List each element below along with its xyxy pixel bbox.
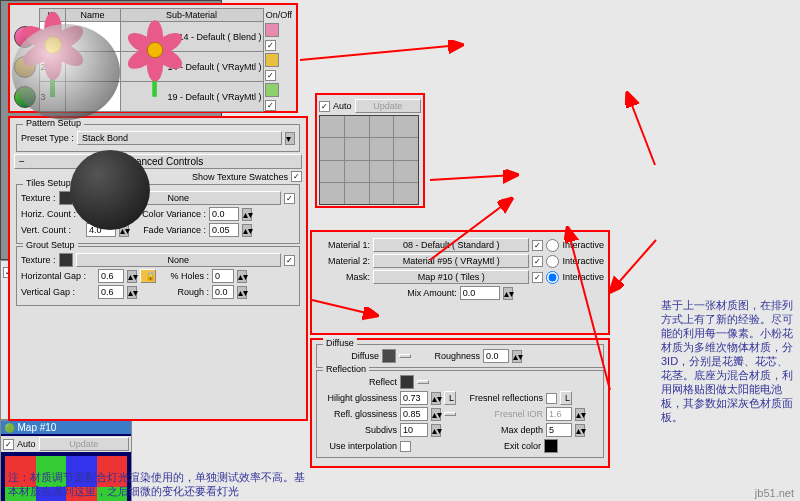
reflection-group: Reflection Reflect Hilight glossiness 0.…	[316, 370, 604, 458]
diffuse-map-button[interactable]	[399, 354, 411, 358]
subdivs-field[interactable]: 10	[400, 423, 428, 437]
svg-line-5	[612, 240, 656, 290]
spinner-icon[interactable]: ▴▾	[431, 392, 441, 405]
color-swatch[interactable]	[265, 23, 279, 37]
fresnel-lock-button[interactable]: L	[560, 391, 572, 405]
interactive-label: Interactive	[562, 256, 604, 266]
mask-button[interactable]: Map #10 ( Tiles )	[373, 270, 529, 284]
onoff-checkbox[interactable]: ✓	[265, 100, 276, 111]
fade-variance-field[interactable]: 0.05	[209, 223, 239, 237]
blend-panel: Material 1: 08 - Default ( Standard ) ✓ …	[310, 230, 610, 335]
material1-radio[interactable]	[546, 239, 559, 252]
vert-gap-field[interactable]: 0.6	[98, 285, 124, 299]
vert-count-label: Vert. Count :	[21, 225, 83, 235]
material2-label: Material 2:	[316, 256, 370, 266]
preset-type-dropdown[interactable]: Stack Bond	[77, 131, 282, 145]
dropdown-arrow-icon[interactable]: ▾	[285, 132, 295, 145]
description-text: 基于上一张材质图，在排列方式上有了新的经验。尽可能的利用每一像素。小粉花材质为多…	[661, 298, 797, 424]
diffuse-swatch[interactable]	[382, 349, 396, 363]
spinner-icon[interactable]: ▴▾	[242, 208, 252, 221]
vert-gap-label: Vertical Gap :	[21, 287, 95, 297]
holes-field[interactable]: 0	[212, 269, 234, 283]
mask-radio[interactable]	[546, 271, 559, 284]
reflect-label: Reflect	[319, 377, 397, 387]
color-variance-field[interactable]: 0.0	[209, 207, 239, 221]
tiles-setup-legend: Tiles Setup	[23, 178, 74, 188]
grout-texture-checkbox[interactable]: ✓	[284, 255, 295, 266]
spinner-icon[interactable]: ▴▾	[242, 224, 252, 237]
refl-map-button[interactable]	[444, 412, 456, 416]
show-swatches-label: Show Texture Swatches	[192, 172, 288, 182]
fresnel-ior-label: Fresnel IOR	[459, 409, 543, 419]
spinner-icon[interactable]: ▴▾	[237, 286, 247, 299]
auto-checkbox[interactable]: ✓	[3, 439, 14, 450]
max-depth-field[interactable]: 5	[546, 423, 572, 437]
grout-setup-group: Grout Setup Texture : None ✓ Horizontal …	[16, 246, 300, 306]
horiz-gap-field[interactable]: 0.6	[98, 269, 124, 283]
rough-field[interactable]: 0.0	[212, 285, 234, 299]
mask-checkbox[interactable]: ✓	[532, 272, 543, 283]
show-swatches-checkbox[interactable]: ✓	[291, 171, 302, 182]
flower-object	[124, 19, 187, 82]
interactive-label: Interactive	[562, 240, 604, 250]
fresnel-label: Fresnel reflections	[459, 393, 543, 403]
material1-checkbox[interactable]: ✓	[532, 240, 543, 251]
auto-label: Auto	[333, 101, 352, 111]
auto-checkbox[interactable]: ✓	[319, 101, 330, 112]
update-button[interactable]: Update	[355, 99, 421, 113]
reflect-swatch[interactable]	[400, 375, 414, 389]
spinner-icon[interactable]: ▴▾	[127, 270, 137, 283]
texture-checkbox[interactable]: ✓	[284, 193, 295, 204]
diffuse-label: Diffuse	[319, 351, 379, 361]
svg-line-4	[628, 95, 655, 165]
material1-button[interactable]: 08 - Default ( Standard )	[373, 238, 529, 252]
hilight-gloss-field[interactable]: 0.73	[400, 391, 428, 405]
spinner-icon[interactable]: ▴▾	[575, 408, 585, 421]
onoff-checkbox[interactable]: ✓	[265, 40, 276, 51]
svg-line-0	[300, 45, 460, 60]
mix-amount-field[interactable]: 0.0	[460, 286, 500, 300]
refl-gloss-field[interactable]: 0.85	[400, 407, 428, 421]
spinner-icon[interactable]: ▴▾	[575, 424, 585, 437]
horiz-gap-label: Horizontal Gap :	[21, 271, 95, 281]
color-swatch[interactable]	[265, 83, 279, 97]
pattern-setup-legend: Pattern Setup	[23, 118, 84, 128]
refl-gloss-label: Refl. glossiness	[319, 409, 397, 419]
fade-variance-label: Fade Variance :	[132, 225, 206, 235]
lock-button[interactable]: L	[444, 391, 456, 405]
pattern-panel: Pattern Setup Preset Type : Stack Bond ▾…	[8, 116, 308, 421]
roughness-field[interactable]: 0.0	[483, 349, 509, 363]
reflection-legend: Reflection	[323, 364, 369, 374]
update-button[interactable]: Update	[39, 437, 129, 451]
spinner-icon[interactable]: ▴▾	[431, 424, 441, 437]
spinner-icon[interactable]: ▴▾	[503, 287, 513, 300]
texture-label: Texture :	[21, 193, 56, 203]
grout-texture-swatch[interactable]	[59, 253, 73, 267]
col-onoff: On/Off	[263, 9, 293, 22]
tile-preview-grid	[319, 115, 419, 205]
fresnel-ior-field[interactable]: 1.6	[546, 407, 572, 421]
rough-label: Rough :	[159, 287, 209, 297]
material1-label: Material 1:	[316, 240, 370, 250]
submaterial-button[interactable]: 19 - Default ( VRayMtl )	[120, 82, 263, 112]
reflect-map-button[interactable]	[417, 380, 429, 384]
material2-radio[interactable]	[546, 255, 559, 268]
spinner-icon[interactable]: ▴▾	[237, 270, 247, 283]
lock-icon[interactable]: 🔒	[140, 269, 156, 283]
auto-label: Auto	[17, 439, 36, 449]
window-titlebar: 🟢 Map #10	[1, 421, 131, 434]
advanced-controls-header[interactable]: −Advanced Controls	[14, 154, 302, 169]
use-interp-checkbox[interactable]	[400, 441, 411, 452]
exit-color-swatch[interactable]	[544, 439, 558, 453]
material2-checkbox[interactable]: ✓	[532, 256, 543, 267]
max-depth-label: Max depth	[459, 425, 543, 435]
spinner-icon[interactable]: ▴▾	[127, 286, 137, 299]
spinner-icon[interactable]: ▴▾	[512, 350, 522, 363]
color-swatch[interactable]	[265, 53, 279, 67]
spinner-icon[interactable]: ▴▾	[431, 408, 441, 421]
material2-button[interactable]: Material #95 ( VRayMtl )	[373, 254, 529, 268]
grout-texture-none-button[interactable]: None	[76, 253, 281, 267]
onoff-checkbox[interactable]: ✓	[265, 70, 276, 81]
fresnel-checkbox[interactable]	[546, 393, 557, 404]
grout-texture-label: Texture :	[21, 255, 56, 265]
